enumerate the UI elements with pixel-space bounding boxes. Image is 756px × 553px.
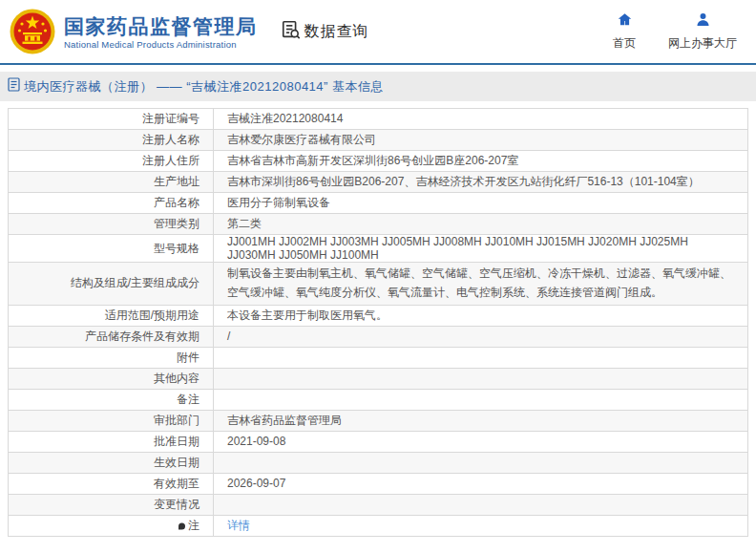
nav-online-hall[interactable]: 网上办事大厅 [668,11,737,52]
row-value: 2021-09-08 [214,431,748,452]
nav-home-label: 首页 [613,35,636,52]
row-label: 注册人名称 [9,130,214,151]
table-row: 结构及组成/主要组成成分制氧设备主要由制氧主机、氧气储罐、空气储罐、空气压缩机、… [9,263,748,306]
row-value [214,389,748,410]
row-label: 注册证编号 [9,109,214,130]
row-label: 适用范围/预期用途 [9,305,214,326]
row-value: JJ001MH JJ002MH JJ003MH JJ005MH JJ008MH … [214,235,748,263]
row-value: 第二类 [214,214,748,235]
row-label: 型号规格 [9,235,214,263]
table-row: 注册证编号吉械注准20212080414 [9,109,748,130]
row-value: 本设备主要用于制取医用氧气。 [214,305,748,326]
site-title: 国家药品监督管理局 [64,14,258,39]
document-icon [8,77,20,96]
row-value: 详情 [214,515,748,536]
table-row: 审批部门吉林省药品监督管理局 [9,410,748,431]
row-label: 有效期至 [9,473,214,494]
nav-home[interactable]: 首页 [613,11,636,52]
breadcrumb-bar: 境内医疗器械（注册） —— “吉械注准20212080414” 基本信息 [0,72,756,101]
header-nav: 首页 网上办事大厅 [613,11,743,52]
row-label: 管理类别 [9,214,214,235]
detail-link[interactable]: 详情 [227,519,250,532]
row-value [214,494,748,515]
row-value: 吉林市深圳街86号创业园B206-207、吉林经济技术开发区九站街化纤厂516-… [214,172,748,193]
table-row: 注详情 [9,515,748,536]
table-row: 产品储存条件及有效期/ [9,326,748,347]
table-row: 变更情况 [9,494,748,515]
row-label: 注 [9,515,214,536]
row-label: 产品储存条件及有效期 [9,326,214,347]
row-value [214,368,748,389]
row-label: 审批部门 [9,410,214,431]
row-label: 生效日期 [9,452,214,473]
row-label: 批准日期 [9,431,214,452]
row-label: 其他内容 [9,368,214,389]
table-row: 产品名称医用分子筛制氧设备 [9,193,748,214]
table-row: 有效期至2026-09-07 [9,473,748,494]
logo-text: 国家药品监督管理局 National Medical Products Admi… [64,14,258,50]
table-row: 适用范围/预期用途本设备主要用于制取医用氧气。 [9,305,748,326]
header-gap [0,65,756,72]
row-value [214,452,748,473]
table-row: 批准日期2021-09-08 [9,431,748,452]
row-value: 医用分子筛制氧设备 [214,193,748,214]
row-value: / [214,326,748,347]
person-icon [695,11,711,32]
info-table-wrap: 注册证编号吉械注准20212080414注册人名称吉林爱尔康医疗器械有限公司注册… [0,101,756,537]
row-value: 制氧设备主要由制氧主机、氧气储罐、空气储罐、空气压缩机、冷冻干燥机、过滤器、氧气… [214,263,748,306]
row-label: 产品名称 [9,193,214,214]
document-search-icon [281,19,302,44]
table-row: 注册人名称吉林爱尔康医疗器械有限公司 [9,130,748,151]
table-row: 管理类别第二类 [9,214,748,235]
home-icon [617,11,633,32]
row-value: 吉林爱尔康医疗器械有限公司 [214,130,748,151]
row-value: 吉林省吉林市高新开发区深圳街86号创业园B座206-207室 [214,151,748,172]
breadcrumb: 境内医疗器械（注册） —— “吉械注准20212080414” 基本信息 [24,78,384,96]
table-row: 生效日期 [9,452,748,473]
site-subtitle: National Medical Products Administration [64,39,258,50]
data-query-button[interactable]: 数据查询 [281,19,369,44]
table-row: 注册人住所吉林省吉林市高新开发区深圳街86号创业园B座206-207室 [9,151,748,172]
row-label: 注册人住所 [9,151,214,172]
row-label: 备注 [9,389,214,410]
table-row: 其他内容 [9,368,748,389]
row-value: 吉械注准20212080414 [214,109,748,130]
china-national-emblem-icon [10,9,55,54]
table-row: 备注 [9,389,748,410]
row-label: 生产地址 [9,172,214,193]
row-value [214,347,748,368]
row-label: 变更情况 [9,494,214,515]
note-bullet-icon [178,522,185,529]
row-value: 吉林省药品监督管理局 [214,410,748,431]
nav-online-hall-label: 网上办事大厅 [668,35,737,52]
table-row: 型号规格JJ001MH JJ002MH JJ003MH JJ005MH JJ00… [9,235,748,263]
info-table-body: 注册证编号吉械注准20212080414注册人名称吉林爱尔康医疗器械有限公司注册… [9,109,748,537]
row-label: 附件 [9,347,214,368]
data-query-label: 数据查询 [304,22,369,42]
info-table: 注册证编号吉械注准20212080414注册人名称吉林爱尔康医疗器械有限公司注册… [8,108,748,537]
row-value: 2026-09-07 [214,473,748,494]
table-row: 生产地址吉林市深圳街86号创业园B206-207、吉林经济技术开发区九站街化纤厂… [9,172,748,193]
table-row: 附件 [9,347,748,368]
site-header: 国家药品监督管理局 National Medical Products Admi… [0,0,756,65]
row-label: 结构及组成/主要组成成分 [9,263,214,306]
